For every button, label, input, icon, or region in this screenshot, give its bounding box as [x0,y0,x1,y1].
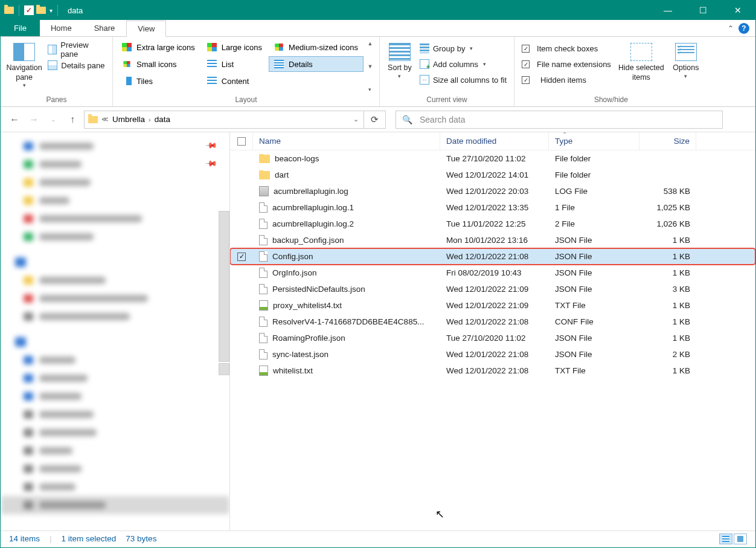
file-row[interactable]: whitelist.txtWed 12/01/2022 21:08TXT Fil… [230,363,755,379]
file-row[interactable]: backup_Config.jsonMon 10/01/2022 13:16JS… [230,232,755,248]
forward-button[interactable]: → [26,112,42,127]
address-history-dropdown[interactable]: ⌄ [353,115,359,123]
layout-large-icons[interactable]: Large icons [202,39,267,55]
file-name: beacon-logs [275,154,319,163]
options-button[interactable]: Options ▾ [668,39,704,94]
tab-share[interactable]: Share [83,20,127,36]
row-checkbox[interactable] [237,253,246,261]
file-type: JSON File [549,350,639,359]
file-name: backup_Config.json [272,236,344,245]
close-button[interactable]: ✕ [720,1,755,20]
file-size: 1 KB [639,236,696,245]
large-icons-icon [207,43,217,51]
maximize-button[interactable]: ☐ [685,1,720,20]
tab-file[interactable]: File [1,20,40,36]
view-details-button[interactable] [719,533,732,544]
folder-icon [88,116,98,123]
file-size: 1 KB [639,366,696,375]
size-columns-button[interactable]: Size all columns to fit [416,72,510,88]
file-row[interactable]: PersistedNicDefaults.jsonWed 12/01/2022 … [230,281,755,297]
collapse-ribbon-icon[interactable]: ⌃ [728,24,734,33]
hidden-items-toggle[interactable]: Hidden items [518,72,615,88]
file-type: TXT File [549,366,639,375]
title-bar: ✓ ▾ data — ☐ ✕ [1,1,755,20]
file-row[interactable]: proxy_whitelist4.txtWed 12/01/2022 21:09… [230,297,755,314]
navigation-pane-button[interactable]: Navigation pane ▾ [4,39,44,94]
hide-selected-button[interactable]: Hide selected items [615,39,668,94]
file-row[interactable]: acumbrellaplugin.log.1Wed 12/01/2022 13:… [230,199,755,216]
breadcrumb-separator[interactable]: › [149,116,151,123]
folder-icon [36,7,46,14]
file-row[interactable]: acumbrellaplugin.logWed 12/01/2022 20:03… [230,183,755,199]
file-type: LOG File [549,187,639,196]
column-header-name[interactable]: Name [253,132,440,150]
file-row[interactable]: Config.jsonWed 12/01/2022 21:08JSON File… [230,248,755,265]
file-icon [259,333,267,343]
layout-scroll[interactable]: ▲▼▾ [365,39,376,94]
file-row[interactable]: acumbrellaplugin.log.2Tue 11/01/2022 12:… [230,216,755,232]
layout-list[interactable]: List [202,56,267,72]
breadcrumb-segment[interactable]: Umbrella [112,115,145,124]
help-icon[interactable]: ? [738,23,749,34]
file-rows: beacon-logsTue 27/10/2020 11:02File fold… [230,150,755,530]
address-bar-row: ← → ⌄ ↑ ≪ Umbrella › data ⌄ ⟳ 🔍 Search d… [1,107,755,132]
address-bar[interactable]: ≪ Umbrella › data ⌄ [84,111,364,129]
group-by-button[interactable]: Group by▾ [416,40,510,56]
layout-content[interactable]: Content [202,73,267,89]
thumbnails-view-icon [737,536,743,542]
group-label-current-view: Current view [383,94,510,106]
log-icon [259,186,269,196]
details-pane-button[interactable]: Details pane [44,57,109,73]
file-row[interactable]: ResolverV4-1-7416687DD6BE4E4C885...Wed 1… [230,314,755,330]
content-area: 📌 📌 ⌃ [1,132,755,530]
tab-view[interactable]: View [126,21,166,37]
file-row[interactable]: dartWed 12/01/2022 14:01File folder [230,167,755,183]
file-icon [259,268,267,278]
minimize-button[interactable]: — [650,1,685,20]
column-header-date[interactable]: Date modified [440,132,549,150]
search-input[interactable]: 🔍 Search data [396,111,723,129]
window-title: data [68,6,83,15]
file-type: File folder [549,170,639,179]
view-thumbnails-button[interactable] [734,533,747,544]
options-icon [675,43,697,61]
qat-dropdown-icon[interactable]: ▾ [50,7,53,14]
file-name-extensions-toggle[interactable]: File name extensions [518,56,615,72]
preview-pane-button[interactable]: Preview pane [44,42,109,57]
layout-tiles[interactable]: Tiles [117,73,200,89]
up-button[interactable]: ↑ [65,112,80,127]
recent-locations-button[interactable]: ⌄ [45,112,61,127]
nav-tree [1,132,229,519]
layout-medium-icons[interactable]: Medium-sized icons [269,39,364,55]
folder-icon [259,155,270,163]
file-date: Tue 27/10/2020 11:02 [440,334,549,343]
navigation-pane[interactable]: 📌 📌 [1,132,230,530]
layout-details[interactable]: Details [269,56,364,72]
column-header-checkbox[interactable] [230,132,253,150]
item-check-boxes-toggle[interactable]: Item check boxes [518,40,615,56]
file-row[interactable]: beacon-logsTue 27/10/2020 11:02File fold… [230,150,755,167]
file-row[interactable]: OrgInfo.jsonFri 08/02/2019 10:43JSON Fil… [230,265,755,281]
preview-pane-icon [48,45,57,54]
file-type: 1 File [549,203,639,212]
layout-extra-large-icons[interactable]: Extra large icons [117,39,200,55]
add-columns-button[interactable]: Add columns▾ [416,56,510,72]
file-type: JSON File [549,236,639,245]
back-button[interactable]: ← [7,112,22,127]
file-name: Config.json [272,252,313,261]
file-row[interactable]: sync-latest.jsonWed 12/01/2022 21:08JSON… [230,346,755,363]
sort-by-button[interactable]: Sort by ▾ [383,39,416,94]
file-date: Tue 27/10/2020 11:02 [440,154,549,163]
file-row[interactable]: RoamingProfile.jsonTue 27/10/2020 11:02J… [230,330,755,346]
breadcrumb-separator[interactable]: ≪ [101,115,109,123]
breadcrumb-segment[interactable]: data [155,115,170,124]
file-date: Wed 12/01/2022 13:35 [440,203,549,212]
tab-home[interactable]: Home [40,20,83,36]
qat-check-icon[interactable]: ✓ [24,5,34,15]
layout-small-icons[interactable]: Small icons [117,56,200,72]
column-header-size[interactable]: Size [639,132,696,150]
refresh-button[interactable]: ⟳ [364,111,386,129]
file-list-pane: ⌃ Name Date modified Type Size beacon-lo… [230,132,755,530]
file-date: Wed 12/01/2022 21:09 [440,301,549,310]
file-date: Wed 12/01/2022 21:09 [440,285,549,294]
